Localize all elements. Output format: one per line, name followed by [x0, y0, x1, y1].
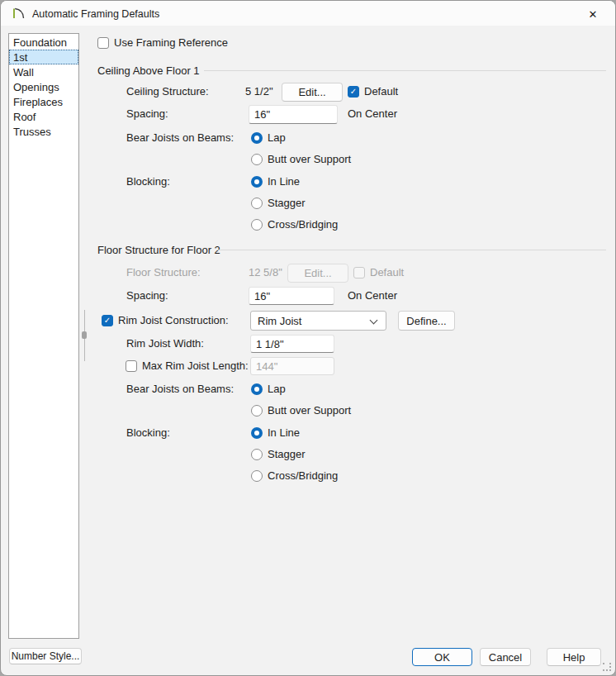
- ceiling-blocking-inline-radio[interactable]: [251, 176, 263, 188]
- floor-structure-value: 12 5/8": [249, 267, 282, 278]
- resize-grip[interactable]: [603, 663, 612, 672]
- ceiling-on-center-label: On Center: [348, 108, 397, 120]
- ceiling-blocking-inline-label: In Line: [268, 176, 300, 188]
- floor-bear-lap-label: Lap: [268, 383, 286, 395]
- max-rim-joist-length-checkbox[interactable]: [126, 360, 137, 372]
- ceiling-bear-butt-radio[interactable]: [251, 154, 263, 165]
- ceiling-bear-joists-label: Bear Joists on Beams:: [126, 132, 234, 144]
- ceiling-blocking-stagger-label: Stagger: [268, 198, 306, 209]
- sidebar-item-openings[interactable]: Openings: [9, 79, 78, 94]
- sidebar-item-wall[interactable]: Wall: [9, 64, 78, 79]
- dialog-automatic-framing-defaults: Automatic Framing Defaults ✕ Foundation1…: [0, 0, 616, 676]
- cancel-button[interactable]: Cancel: [480, 648, 531, 666]
- sidebar-item-1st[interactable]: 1st: [9, 50, 78, 64]
- rim-joist-construction-label: Rim Joist Construction:: [118, 315, 229, 326]
- floor-default-checkbox: [353, 267, 365, 278]
- max-rim-joist-length-label: Max Rim Joist Length:: [142, 360, 249, 372]
- floor-on-center-label: On Center: [348, 290, 397, 302]
- ceiling-bear-butt-label: Butt over Support: [268, 154, 351, 165]
- ceiling-bear-lap-radio[interactable]: [251, 132, 263, 144]
- floor-blocking-cross-label: Cross/Bridging: [268, 470, 338, 482]
- splitter-handle[interactable]: [82, 331, 87, 339]
- floor-blocking-stagger-radio[interactable]: [251, 449, 263, 460]
- ceiling-spacing-label: Spacing:: [126, 108, 168, 120]
- max-rim-joist-length-input: [250, 357, 334, 375]
- floor-default-label: Default: [370, 267, 404, 278]
- floor-bear-butt-radio[interactable]: [251, 405, 263, 417]
- ceiling-blocking-cross-radio[interactable]: [251, 219, 263, 231]
- ceiling-spacing-input[interactable]: [249, 105, 338, 124]
- floor-blocking-inline-radio[interactable]: [251, 427, 263, 439]
- ceiling-section-divider: [204, 70, 606, 71]
- ceiling-section-title: Ceiling Above Floor 1: [97, 65, 200, 77]
- rim-joist-width-label: Rim Joist Width:: [126, 338, 204, 350]
- rim-joist-width-input[interactable]: [250, 335, 334, 353]
- ceiling-blocking-stagger-radio[interactable]: [251, 198, 263, 209]
- sidebar-item-fireplaces[interactable]: Fireplaces: [9, 94, 78, 109]
- rim-joist-dropdown[interactable]: Rim Joist: [250, 311, 386, 331]
- number-style-button[interactable]: Number Style...: [9, 648, 82, 664]
- define-button[interactable]: Define...: [398, 311, 455, 331]
- floor-structure-label: Floor Structure:: [126, 267, 201, 278]
- ceiling-blocking-cross-label: Cross/Bridging: [268, 219, 338, 231]
- use-framing-reference-checkbox[interactable]: [97, 37, 109, 49]
- floor-blocking-stagger-label: Stagger: [268, 449, 306, 460]
- floor-spacing-label: Spacing:: [126, 290, 168, 302]
- ceiling-default-checkbox[interactable]: [348, 86, 359, 98]
- ceiling-structure-edit-button[interactable]: Edit...: [282, 83, 343, 102]
- floor-structure-edit-button: Edit...: [287, 264, 348, 283]
- sidebar-item-roof[interactable]: Roof: [9, 109, 78, 124]
- dialog-title: Automatic Framing Defaults: [32, 8, 159, 20]
- ceiling-default-label: Default: [364, 86, 398, 98]
- floor-section-title: Floor Structure for Floor 2: [97, 245, 220, 256]
- floor-bear-butt-label: Butt over Support: [268, 405, 351, 417]
- ceiling-blocking-label: Blocking:: [126, 176, 170, 188]
- ceiling-structure-value: 5 1/2": [245, 86, 273, 98]
- rim-joist-construction-checkbox[interactable]: [102, 315, 113, 326]
- ceiling-structure-label: Ceiling Structure:: [126, 86, 209, 98]
- app-icon: [12, 7, 26, 20]
- floor-section-divider: [217, 250, 606, 250]
- close-icon[interactable]: ✕: [580, 5, 605, 23]
- title-bar: Automatic Framing Defaults ✕: [1, 1, 615, 26]
- chevron-down-icon: [370, 317, 378, 325]
- ceiling-bear-lap-label: Lap: [268, 132, 286, 144]
- floor-bear-lap-radio[interactable]: [251, 383, 263, 395]
- use-framing-reference-label: Use Framing Reference: [114, 37, 228, 49]
- sidebar-list[interactable]: Foundation1stWallOpeningsFireplacesRoofT…: [8, 33, 79, 639]
- ok-button[interactable]: OK: [412, 648, 472, 666]
- floor-blocking-label: Blocking:: [126, 427, 170, 439]
- rim-joist-dropdown-value: Rim Joist: [258, 315, 301, 327]
- floor-blocking-inline-label: In Line: [268, 427, 300, 439]
- help-button[interactable]: Help: [547, 648, 601, 666]
- sidebar-item-trusses[interactable]: Trusses: [9, 124, 78, 139]
- floor-blocking-cross-radio[interactable]: [251, 470, 263, 482]
- sidebar-item-foundation[interactable]: Foundation: [9, 35, 78, 50]
- floor-spacing-input[interactable]: [249, 287, 334, 305]
- floor-bear-joists-label: Bear Joists on Beams:: [126, 383, 234, 395]
